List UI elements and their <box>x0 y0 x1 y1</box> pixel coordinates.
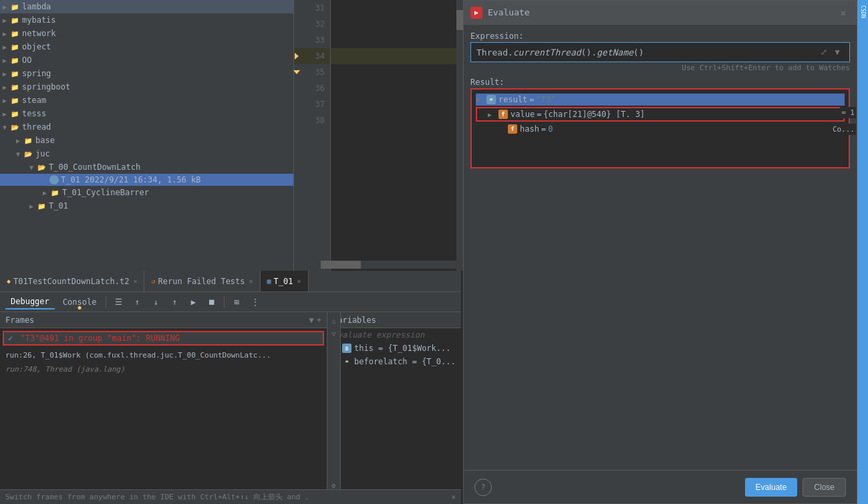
tree-label-t01-running: T_01 2022/9/21 16:34, 1.56 kB <box>61 175 201 184</box>
side-tool-scrollup[interactable]: △ <box>329 315 339 326</box>
footer-buttons: Evaluate Close <box>745 478 846 497</box>
tree-item-oo[interactable]: ▶ 📁 OO <box>0 53 293 67</box>
tree-label-countdown: T_00_CountDownLatch <box>49 162 140 172</box>
result-key-0: result <box>498 95 527 104</box>
tree-item-countdown[interactable]: ▼ 📂 T_00_CountDownLatch <box>0 160 293 174</box>
tree-arrow-spring: ▶ <box>0 70 9 78</box>
tab-t01test[interactable]: ◆ T01TestCountDownLatch.t2 ✕ <box>0 271 144 292</box>
tab-icon-t01test: ◆ <box>7 277 11 285</box>
dialog-title-icon: ▶ <box>470 7 482 19</box>
code-scrollbar-h[interactable] <box>294 261 456 269</box>
tree-item-t01-folder[interactable]: ▶ 📁 T_01 <box>0 199 293 213</box>
result-row-0[interactable]: ▼ ∞ result = "T3" <box>476 94 845 106</box>
tree-label-spring: spring <box>22 69 51 78</box>
tree-item-thread[interactable]: ▼ 📂 thread <box>0 120 293 134</box>
tab-rerun[interactable]: ↺ Rerun Failed Tests ✕ <box>144 271 260 292</box>
frame-selected[interactable]: ✓ "T3"@491 in group "main": RUNNING <box>3 331 324 346</box>
status-bar: Switch frames from anywhere in the IDE w… <box>0 489 461 504</box>
tree-arrow-steam: ▶ <box>0 97 9 104</box>
tab-close-t01test[interactable]: ✕ <box>133 277 137 285</box>
tree-arrow-oo: ▶ <box>0 57 9 64</box>
frame-item-2[interactable]: run:748, Thread (java.lang) <box>0 362 327 376</box>
expression-input-area[interactable]: Thread.currentThread().getName() ⤢ ▼ <box>470 42 850 62</box>
folder-icon-cycline: 📁 <box>49 187 60 198</box>
tree-item-juc[interactable]: ▼ 📂 juc <box>0 147 293 160</box>
tree-item-tesss[interactable]: ▶ 📁 tesss <box>0 107 293 120</box>
tab-close-t01[interactable]: ✕ <box>297 277 301 285</box>
tab-icon-t01: ▦ <box>267 277 271 285</box>
side-tool-scrolldown[interactable]: ▽ <box>329 328 339 339</box>
code-line-32 <box>331 16 464 32</box>
var-item-this[interactable]: ▶ ≡ this = {T_01$Work... <box>327 342 461 355</box>
tree-arrow-springboot: ▶ <box>0 84 9 91</box>
expression-value: Thread.currentThread().getName() <box>476 47 815 57</box>
tree-item-t01-running[interactable]: T_01 2022/9/21 16:34, 1.56 kB <box>0 174 293 186</box>
dialog-close-btn[interactable]: Close <box>803 478 846 497</box>
tree-item-springboot[interactable]: ▶ 📁 springboot <box>0 80 293 94</box>
tab-console[interactable]: Console <box>57 295 102 309</box>
tree-item-base[interactable]: ▶ 📁 base <box>0 134 293 147</box>
tab-debugger[interactable]: Debugger <box>5 295 55 309</box>
code-line-37 <box>331 96 464 112</box>
code-editor[interactable] <box>331 0 464 271</box>
running-icon <box>49 175 59 184</box>
var-icon-this: ≡ <box>342 344 351 353</box>
code-scrollbar-h-thumb[interactable] <box>321 261 361 269</box>
tab-t01[interactable]: ▦ T_01 ✕ <box>261 271 309 292</box>
toolbar-btn-settings[interactable]: ⋮ <box>247 295 263 309</box>
tree-item-cycline[interactable]: ▶ 📁 T_01_CyclineBarrer <box>0 186 293 199</box>
folder-icon-oo: 📁 <box>9 55 20 66</box>
result-label: Result: <box>470 78 850 87</box>
right-edge-text: CSDN <box>860 5 866 18</box>
tree-item-lambda[interactable]: ▶ 📁 lambda <box>0 0 293 13</box>
evaluate-button[interactable]: Evaluate <box>745 478 798 497</box>
result-value-1: {char[21]@540} [T. 3] <box>543 110 645 119</box>
status-close[interactable]: ✕ <box>451 493 456 501</box>
var-expr-input[interactable]: Evaluate expression <box>327 328 461 342</box>
code-line-35 <box>331 64 464 80</box>
folder-icon-thread: 📂 <box>9 122 20 132</box>
expr-expand-button[interactable]: ⤢ <box>817 45 831 59</box>
tree-item-mybatis[interactable]: ▶ 📁 mybatis <box>0 13 293 27</box>
tree-label-thread: thread <box>22 122 51 132</box>
tree-item-steam[interactable]: ▶ 📁 steam <box>0 94 293 107</box>
folder-icon-object: 📁 <box>9 41 20 52</box>
toolbar-btn-table[interactable]: ⊞ <box>229 295 245 309</box>
result-value-2: 0 <box>548 124 553 134</box>
toolbar-btn-list[interactable]: ☰ <box>110 295 126 309</box>
toolbar-btn-down[interactable]: ↓ <box>148 295 164 309</box>
code-scrollbar-v[interactable] <box>456 0 463 271</box>
frame-item-1[interactable]: run:26, T_01$Work (com.fuxl.thread.juc.T… <box>0 348 327 362</box>
result-area: ▼ ∞ result = "T3" ▶ f value = {char[21]@… <box>470 88 850 168</box>
frames-add-btn[interactable]: + <box>317 316 321 325</box>
result-row-2[interactable]: ▶ f hash = 0 <box>476 123 845 135</box>
variables-list: Evaluate expression ▶ ≡ this = {T_01$Wor… <box>327 328 461 504</box>
dialog-titlebar: ▶ Evaluate ✕ <box>464 1 857 25</box>
result-row-1[interactable]: ▶ f value = {char[21]@540} [T. 3] <box>477 108 843 120</box>
line-marker-35 <box>294 70 299 74</box>
code-line-34 <box>331 48 464 64</box>
expr-dropdown-button[interactable]: ▼ <box>831 45 844 59</box>
toolbar-btn-run[interactable]: ▶ <box>185 295 201 309</box>
tree-item-network[interactable]: ▶ 📁 network <box>0 27 293 40</box>
dialog-close-button[interactable]: ✕ <box>837 6 850 19</box>
frames-filter-btn[interactable]: ▼ <box>309 316 314 325</box>
toolbar-btn-stop[interactable]: ⏹ <box>204 295 220 309</box>
folder-icon-juc: 📂 <box>23 148 33 159</box>
tab-close-rerun[interactable]: ✕ <box>249 277 253 285</box>
tree-arrow-mybatis: ▶ <box>0 17 9 24</box>
var-item-beforelatch[interactable]: ▶ ∞ beforelatch = {T_0... <box>327 355 461 368</box>
code-line-38 <box>331 112 464 128</box>
toolbar-btn-stepout[interactable]: ↑ <box>166 295 182 309</box>
tree-item-spring[interactable]: ▶ 📁 spring <box>0 67 293 80</box>
help-button[interactable]: ? <box>474 479 492 496</box>
folder-icon-steam: 📁 <box>9 95 20 106</box>
code-line-33 <box>331 32 464 48</box>
var-label-this: this = {T_01$Work... <box>354 344 451 353</box>
toolbar-btn-up[interactable]: ↑ <box>129 295 145 309</box>
code-scrollbar-thumb[interactable] <box>456 10 463 30</box>
tree-item-object[interactable]: ▶ 📁 object <box>0 40 293 53</box>
tree-label-network: network <box>22 29 56 38</box>
dialog-title: Evaluate <box>488 7 837 17</box>
console-dot <box>78 306 82 309</box>
